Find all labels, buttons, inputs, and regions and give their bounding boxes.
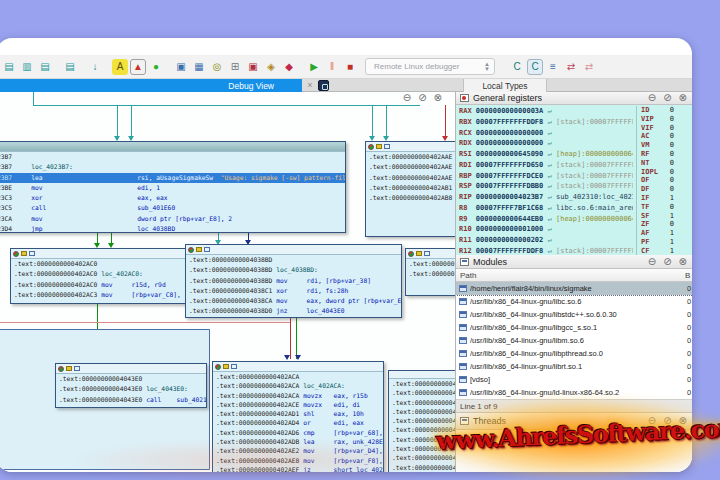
gear-icon[interactable]: ◎ — [209, 59, 225, 75]
node-group-icon[interactable] — [66, 366, 72, 371]
node-breakpoint-icon[interactable] — [215, 364, 221, 370]
node-header[interactable] — [0, 142, 345, 152]
node-line[interactable]: .text:00000000004043E0 call sub_402100 — [59, 395, 206, 405]
node-breakpoint-icon[interactable] — [408, 251, 414, 257]
node-line[interactable]: .text:0000000000402ADB lea rax, unk_428E… — [216, 437, 383, 446]
flag-row[interactable]: AF1 — [641, 229, 686, 238]
module-row[interactable]: [vdso]0 — [456, 373, 692, 386]
register-row[interactable]: RCX 0000000000000000 ↵ — [459, 128, 633, 139]
breakpoint-list-icon[interactable]: ▲ — [130, 59, 146, 75]
windows-list-icon[interactable]: ▥ — [19, 59, 35, 75]
general-registers-header[interactable]: General registers ⊖⊘⊗ — [456, 92, 692, 105]
graph-node-loc_4038BD[interactable]: .text:00000000004038BD .text:00000000004… — [185, 244, 402, 318]
node-group-icon[interactable] — [223, 364, 229, 369]
windows-cascade-icon[interactable]: ▤ — [37, 59, 53, 75]
node-frame-icon[interactable] — [231, 364, 237, 369]
node-frame-icon[interactable] — [74, 366, 80, 371]
node-breakpoint-icon[interactable] — [368, 144, 374, 150]
node-line[interactable]: 23D4 jmp loc_4038BD — [0, 224, 345, 233]
node-line[interactable]: .text:0000000000402ACA movzx eax, r15b — [216, 391, 383, 400]
node-line[interactable]: 23C3 xor eax, eax — [0, 193, 345, 203]
node-line[interactable]: .text:00000000004 — [392, 398, 455, 407]
refresh-view-icon[interactable]: ▤ — [62, 59, 78, 75]
node-breakpoint-icon[interactable] — [188, 247, 194, 253]
node-line[interactable]: .text:0000000000402AD6 cmp [rbp+var_68],… — [216, 428, 383, 437]
flag-row[interactable]: AC0 — [641, 132, 686, 141]
node-line[interactable]: 23CA mov dword ptr [rbp+var_E8], 2 — [0, 214, 345, 224]
modules-column-header[interactable]: Path B — [456, 269, 692, 282]
register-row[interactable]: RSP 00007FFFFFFFDBB0 ↵ [stack]:00007FFFF… — [459, 181, 633, 192]
register-row[interactable]: R11 0000000000000202 ↵ — [459, 235, 633, 246]
close-button[interactable]: ⊗ — [434, 92, 442, 104]
node-line[interactable]: .text:0000000000402AE2 mov [rbp+var_D4],… — [216, 446, 383, 455]
flag-row[interactable]: IOPL0 — [641, 168, 686, 177]
graph-node-loc_402AAE[interactable]: .text:0000000000402AAE .text:00000000004… — [365, 141, 456, 237]
compile-c-icon[interactable]: C — [509, 59, 525, 75]
node-line[interactable]: 23B7 loc_4023B7: — [0, 162, 345, 172]
stepper-icon[interactable]: ▲▼ — [484, 62, 490, 72]
node-line[interactable]: .text:0000000000402AE8 mov [rbp+var_F8],… — [216, 456, 383, 465]
register-row[interactable]: R9 0000000000644EB0 ↵ [heap]:00000000006… — [459, 214, 633, 225]
node-line[interactable]: .text:00000000004 — [392, 379, 455, 388]
enable-icon[interactable]: ● — [148, 59, 164, 75]
node-line[interactable]: .text:0000000000402ACE movzx edi, di — [216, 400, 383, 409]
compile-c-selected-icon[interactable]: C — [527, 59, 543, 75]
library-icon[interactable]: ▣ — [173, 59, 189, 75]
register-row[interactable]: RDI 00007FFFFFFFD650 ↵ [stack]:00007FFFF… — [459, 160, 633, 171]
graph-node-clipped[interactable]: .text:000000 .text:000000 — [405, 248, 456, 296]
node-line[interactable]: .text:0000000000402ACA — [216, 372, 383, 381]
pause-icon[interactable]: ‖ — [324, 59, 340, 75]
node-line[interactable]: 23B7 — [0, 152, 345, 162]
minimize-button[interactable]: ⊖ — [403, 92, 411, 104]
segments-icon[interactable]: ▦ — [191, 59, 207, 75]
diff-add-icon[interactable]: ⇄ — [563, 59, 579, 75]
minimize-button[interactable]: ⊖ — [648, 256, 656, 268]
register-row[interactable]: R10 0000000000001000 ↵ — [459, 224, 633, 235]
register-row[interactable]: RIP 00000000004023B7 ↵ sub_402310:loc_40… — [459, 192, 633, 203]
windows-icon[interactable]: ▤ — [1, 59, 17, 75]
node-line[interactable]: .text:0000000000402AD4 or edi, eax — [216, 418, 383, 427]
node-line[interactable]: .text:0000000000402AD1 shl eax, 10h — [216, 409, 383, 418]
node-group-icon[interactable] — [196, 247, 202, 252]
register-row[interactable]: RBP 00007FFFFFFFDCE0 ↵ [stack]:00007FFFF… — [459, 171, 633, 182]
tab-debug-view[interactable]: Debug View — [0, 79, 302, 92]
node-group-icon[interactable] — [416, 251, 422, 256]
minimize-button[interactable]: ⊖ — [648, 92, 656, 104]
stop-icon[interactable]: ■ — [342, 59, 358, 75]
flag-row[interactable]: ZF0 — [641, 220, 686, 229]
tab-local-types[interactable]: Local Types — [463, 79, 547, 92]
node-line[interactable]: .text:0000000000402AAE — [369, 152, 455, 162]
restore-button[interactable]: ⊘ — [663, 256, 671, 268]
modules-header[interactable]: Modules ⊖⊘⊗ — [456, 255, 692, 269]
flag-row[interactable]: VIF0 — [641, 124, 686, 133]
minimize-button[interactable]: ⊖ — [648, 415, 656, 427]
graph-node-loc_402ACA[interactable]: .text:0000000000402ACA .text:00000000004… — [212, 361, 384, 472]
node-line[interactable]: .text:00000000004 — [392, 407, 455, 416]
node-line[interactable]: .text:00000000004 — [392, 416, 455, 425]
node-line[interactable]: .text:000000 — [409, 269, 455, 279]
module-row[interactable]: /usr/lib/x86_64-linux-gnu/librt.so.10 — [456, 360, 692, 373]
node-line[interactable]: .text:0000000000402AAE c — [369, 173, 455, 183]
node-line[interactable]: .text:0000000000402AC3 mov [rbp+var_C8],… — [14, 290, 185, 300]
node-breakpoint-icon[interactable] — [58, 366, 64, 372]
tab-list-icon[interactable] — [318, 80, 329, 91]
node-line[interactable]: .text:0000000000402AC0 — [14, 259, 185, 269]
flag-row[interactable]: VIP0 — [641, 115, 686, 124]
node-line[interactable]: .text:0000000000402ACA loc_402ACA: — [216, 381, 383, 390]
close-button[interactable]: ⊗ — [679, 415, 687, 427]
close-button[interactable]: ⊗ — [679, 92, 687, 104]
node-header[interactable] — [56, 364, 206, 374]
threads-header[interactable]: Threads ⊖⊘⊗ — [456, 413, 692, 430]
register-row[interactable]: RBX 00007FFFFFFFDDF8 ↵ [stack]:00007FFFF… — [459, 117, 633, 128]
debugger-select[interactable]: Remote Linux debugger ▲▼ — [365, 58, 495, 75]
node-line[interactable]: .text:0000000000402AEF jz short loc_402B… — [216, 465, 383, 472]
node-line[interactable]: .text:00000000004038BD mov rdi, [rbp+var… — [189, 276, 401, 286]
node-header[interactable] — [389, 371, 455, 379]
flag-row[interactable]: ID0 — [641, 106, 686, 115]
flag-row[interactable]: RF0 — [641, 150, 686, 159]
restore-button[interactable]: ⊘ — [663, 92, 671, 104]
continue-icon[interactable]: ▶ — [306, 59, 322, 75]
threads-body[interactable] — [456, 430, 692, 472]
stack-icon[interactable]: ▣ — [245, 59, 261, 75]
registers-body[interactable]: RAX 000000000000003A ↵RBX 00007FFFFFFFDD… — [456, 105, 692, 255]
